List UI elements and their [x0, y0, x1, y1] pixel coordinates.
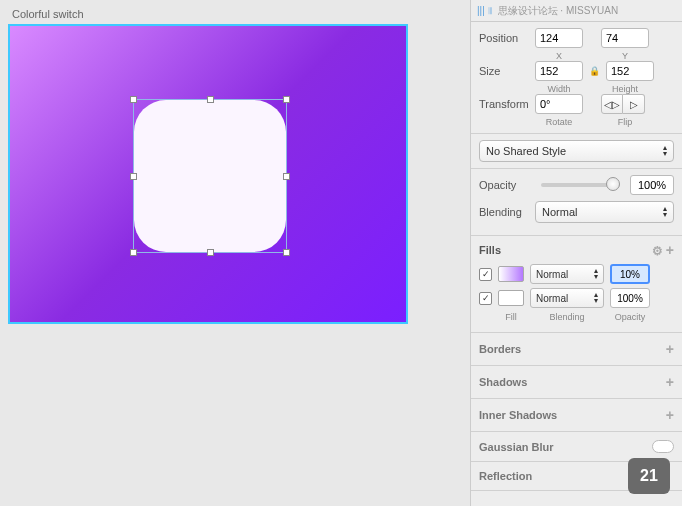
fill-swatch[interactable]	[498, 290, 524, 306]
height-sublabel: Height	[601, 84, 649, 94]
flip-vertical-button[interactable]: ▷	[623, 94, 645, 114]
fills-section: Fills ⚙ + ✓ Normal ▴▾ ✓ Normal ▴▾ Fill B	[471, 236, 682, 333]
flip-sublabel: Flip	[601, 117, 649, 127]
inspector-panel: ||| ⫴ 思缘设计论坛 · MISSYUAN Position X Y Siz…	[470, 0, 682, 506]
width-input[interactable]	[535, 61, 583, 81]
shadows-section[interactable]: Shadows +	[471, 366, 682, 399]
flip-horizontal-button[interactable]: ◁▷	[601, 94, 623, 114]
fill-blend-select[interactable]: Normal ▴▾	[530, 264, 604, 284]
plus-icon[interactable]: +	[666, 341, 674, 357]
chevron-updown-icon: ▴▾	[663, 206, 667, 218]
fill-opacity-input[interactable]	[610, 288, 650, 308]
blending-select[interactable]: Normal ▴▾	[535, 201, 674, 223]
position-label: Position	[479, 32, 531, 44]
fill-row-0: ✓ Normal ▴▾	[479, 264, 674, 284]
opacity-col-label: Opacity	[610, 312, 650, 322]
rotate-input[interactable]	[535, 94, 583, 114]
x-sublabel: X	[535, 51, 583, 61]
page-number-badge: 21	[628, 458, 670, 494]
transform-label: Transform	[479, 98, 531, 110]
shared-style-select[interactable]: No Shared Style ▴▾	[479, 140, 674, 162]
rotate-sublabel: Rotate	[535, 117, 583, 127]
position-y-input[interactable]	[601, 28, 649, 48]
size-label: Size	[479, 65, 531, 77]
fill-enable-checkbox[interactable]: ✓	[479, 292, 492, 305]
chevron-updown-icon: ▴▾	[594, 268, 598, 280]
canvas-area[interactable]: Colorful switch	[0, 0, 470, 506]
opacity-blend-section: Opacity Blending Normal ▴▾	[471, 169, 682, 236]
fill-opacity-input[interactable]	[610, 264, 650, 284]
gear-icon[interactable]: ⚙	[652, 244, 663, 258]
fill-blend-select[interactable]: Normal ▴▾	[530, 288, 604, 308]
opacity-slider[interactable]	[541, 183, 620, 187]
plus-icon[interactable]: +	[666, 242, 674, 258]
fill-swatch[interactable]	[498, 266, 524, 282]
inspector-toolbar: ||| ⫴ 思缘设计论坛 · MISSYUAN	[471, 0, 682, 22]
plus-icon[interactable]: +	[666, 407, 674, 423]
plus-icon[interactable]: +	[666, 374, 674, 390]
geometry-section: Position X Y Size 🔒 Width Height Transfo…	[471, 22, 682, 134]
fill-enable-checkbox[interactable]: ✓	[479, 268, 492, 281]
slider-knob[interactable]	[606, 177, 620, 191]
fill-row-1: ✓ Normal ▴▾	[479, 288, 674, 308]
watermark-text: 思缘设计论坛 · MISSYUAN	[498, 4, 619, 18]
rounded-rect-shape[interactable]	[134, 100, 286, 252]
inner-shadows-section[interactable]: Inner Shadows +	[471, 399, 682, 432]
blend-col-label: Blending	[530, 312, 604, 322]
height-input[interactable]	[606, 61, 654, 81]
blur-toggle[interactable]	[652, 440, 674, 453]
chevron-updown-icon: ▴▾	[594, 292, 598, 304]
width-sublabel: Width	[535, 84, 583, 94]
lock-icon[interactable]: 🔒	[589, 66, 600, 76]
position-x-input[interactable]	[535, 28, 583, 48]
chevron-updown-icon: ▴▾	[663, 145, 667, 157]
shared-style-section: No Shared Style ▴▾	[471, 134, 682, 169]
fill-col-label: Fill	[498, 312, 524, 322]
opacity-input[interactable]	[630, 175, 674, 195]
fills-title: Fills	[479, 244, 501, 256]
y-sublabel: Y	[601, 51, 649, 61]
artboard[interactable]	[8, 24, 408, 324]
blending-label: Blending	[479, 206, 531, 218]
borders-section[interactable]: Borders +	[471, 333, 682, 366]
opacity-label: Opacity	[479, 179, 531, 191]
align-icons[interactable]: ||| ⫴	[477, 5, 492, 17]
artboard-title: Colorful switch	[8, 8, 462, 20]
